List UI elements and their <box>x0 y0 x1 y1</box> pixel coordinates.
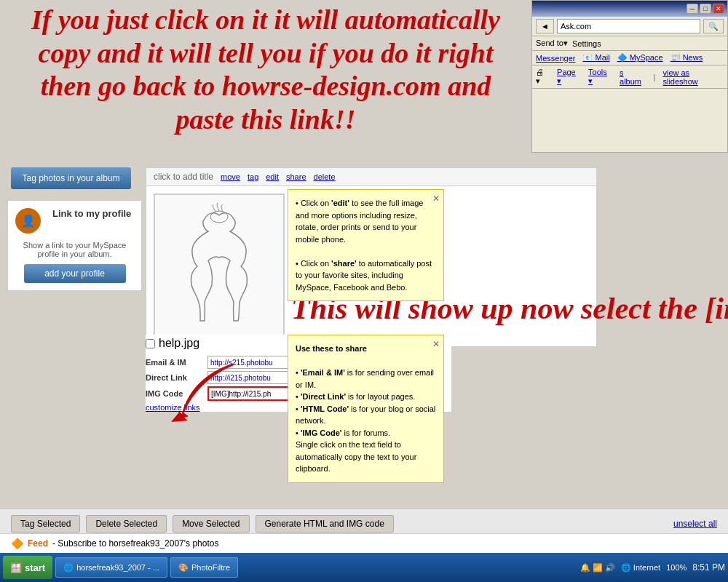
messenger-link[interactable]: Messenger <box>536 54 575 63</box>
minimize-button[interactable]: ─ <box>687 4 698 14</box>
windows-icon: 🪟 <box>10 562 22 573</box>
tag-selected-button[interactable]: Tag Selected <box>11 515 80 533</box>
tooltip-1-text-1: • Click on 'edit' to see the full image … <box>296 197 436 245</box>
delete-selected-button[interactable]: Delete Selected <box>86 515 167 533</box>
photo-title: click to add title <box>154 172 213 182</box>
horse-image <box>161 201 277 332</box>
feed-description: - Subscribe to horsefreak93_2007's photo… <box>52 538 218 549</box>
taskbar-browser-label: horsefreak93_2007 - ... <box>76 563 159 572</box>
news-link[interactable]: 📰 News <box>670 53 703 63</box>
print-menu[interactable]: 🖨 ▾ <box>536 68 550 86</box>
tooltip-1-close[interactable]: ✕ <box>432 192 440 205</box>
browser-page-bar: 🖨 ▾ Page ▾ Tools ▾ s album | view as sli… <box>532 65 727 89</box>
internet-label: Internet <box>633 563 660 572</box>
page-menu[interactable]: Page ▾ <box>557 68 581 86</box>
tag-photos-button[interactable]: Tag photos in your album <box>11 167 131 189</box>
tooltip-2-heading: Use these to share <box>296 344 367 353</box>
tooltip-2-text-4: • 'IMG Code' is for forums. <box>296 427 436 439</box>
ie-icon: 🌐 <box>63 563 74 573</box>
browser-toolbar: ◄ 🔍 <box>532 17 727 36</box>
browser-titlebar: ─ □ ✕ <box>532 1 727 17</box>
arrow-annotation <box>167 356 255 432</box>
unselect-all-link[interactable]: unselect all <box>673 519 717 529</box>
settings-text[interactable]: Settings <box>572 39 601 48</box>
zoom-level: 100% <box>666 563 687 572</box>
maximize-button[interactable]: □ <box>700 4 711 14</box>
slideshow-link[interactable]: view as slideshow <box>662 68 724 86</box>
tooltip-2-text-5: Single click on the text field to automa… <box>296 439 436 475</box>
taskbar-right-area: 🔔 📶 🔊 🌐 Internet 100% 8:51 PM <box>580 562 725 573</box>
globe-icon: 🌐 <box>621 563 631 572</box>
browser-menu-bar: Messenger 📧 Mail 🔷 MySpace 📰 News <box>532 51 727 65</box>
photo-actions: move tag edit share delete <box>221 172 335 181</box>
add-profile-button[interactable]: add your profile <box>24 264 126 283</box>
start-button[interactable]: 🪟 start <box>3 556 52 579</box>
search-go-button[interactable]: 🔍 <box>703 19 724 33</box>
photo-filename: help.jpg <box>159 337 199 350</box>
system-tray-icons: 🔔 📶 🔊 <box>580 563 615 573</box>
move-selected-button[interactable]: Move Selected <box>173 515 249 533</box>
internet-status: 🌐 Internet <box>621 563 660 573</box>
rss-icon: 🔶 <box>11 538 23 549</box>
feed-label[interactable]: Feed <box>28 538 48 549</box>
share-link[interactable]: share <box>286 172 306 181</box>
tooltip-2-text-3: • 'HTML Code' is for your blog or social… <box>296 403 436 427</box>
profile-icon: 👤 <box>15 208 41 234</box>
tooltip-2-text-2: • 'Direct Link' is for layout pages. <box>296 391 436 403</box>
start-label: start <box>25 562 45 573</box>
profile-title: Link to my profile <box>52 208 131 219</box>
tooltip-1-text-2: • Click on 'share' to automatically post… <box>296 258 436 294</box>
browser-chrome: ─ □ ✕ ◄ 🔍 Send to▾ Settings Messenger 📧 … <box>531 0 728 153</box>
send-to-menu[interactable]: Send to▾ <box>536 39 568 48</box>
tooltip-2-close[interactable]: ✕ <box>432 338 440 351</box>
tools-menu[interactable]: Tools ▾ <box>588 68 612 86</box>
photo-header: click to add title move tag edit share d… <box>146 168 596 186</box>
system-clock: 8:51 PM <box>692 562 725 573</box>
overlay-text: If you just click on it it will automati… <box>7 4 524 136</box>
taskbar-item-photofiltre[interactable]: 🎨 PhotoFiltre <box>170 557 238 578</box>
photo-checkbox[interactable] <box>146 339 155 348</box>
tooltip-2-text-1: • 'Email & IM' is for sending over email… <box>296 367 436 391</box>
tooltip-box-1: ✕ • Click on 'edit' to see the full imag… <box>288 189 444 301</box>
svg-rect-0 <box>161 201 277 332</box>
edit-link[interactable]: edit <box>266 172 279 181</box>
generate-html-button[interactable]: Generate HTML and IMG code <box>256 515 394 533</box>
feed-bar: 🔶 Feed - Subscribe to horsefreak93_2007'… <box>0 533 728 553</box>
taskbar-item-browser[interactable]: 🌐 horsefreak93_2007 - ... <box>55 557 167 578</box>
tag-link[interactable]: tag <box>248 172 258 181</box>
move-link[interactable]: move <box>221 172 240 181</box>
taskbar: 🪟 start 🌐 horsefreak93_2007 - ... 🎨 Phot… <box>0 553 728 582</box>
tooltip-box-2: ✕ Use these to share • 'Email & IM' is f… <box>288 335 444 483</box>
back-button[interactable]: ◄ <box>536 19 554 33</box>
photofiltre-icon: 🎨 <box>178 563 189 573</box>
taskbar-photofiltre-label: PhotoFiltre <box>191 563 230 572</box>
mail-link[interactable]: 📧 Mail <box>582 53 609 63</box>
delete-link[interactable]: delete <box>314 172 336 181</box>
album-link[interactable]: s album <box>620 68 646 86</box>
profile-description: Show a link to your MySpace profile in y… <box>15 237 134 258</box>
browser-nav-bar: Send to▾ Settings <box>532 36 727 51</box>
profile-section: 👤 Link to my profile Show a link to your… <box>7 200 142 291</box>
overlay-heading: If you just click on it it will automati… <box>7 4 524 136</box>
address-bar[interactable] <box>557 19 700 33</box>
myspace-link[interactable]: 🔷 MySpace <box>617 53 663 63</box>
photo-thumbnail <box>154 194 285 339</box>
close-button[interactable]: ✕ <box>713 4 724 14</box>
